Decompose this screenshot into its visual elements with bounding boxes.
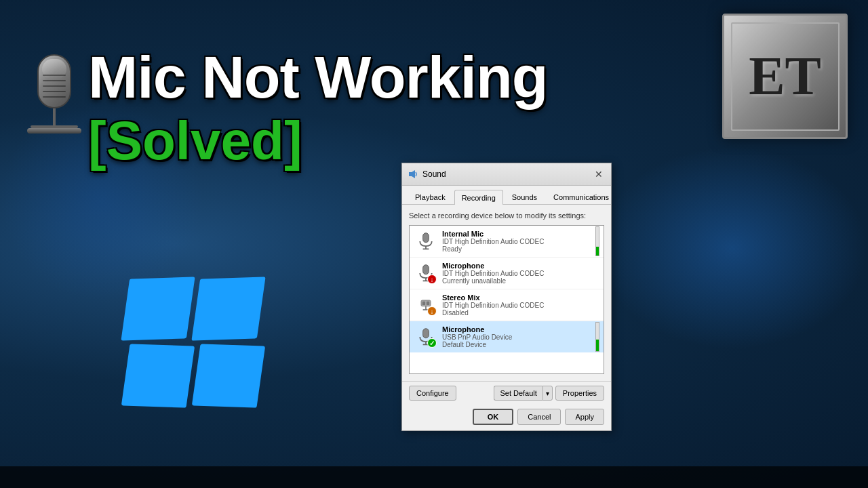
device-item-stereo-mix[interactable]: ↓ Stereo Mix IDT High Definition Audio C…: [410, 289, 604, 321]
configure-button[interactable]: Configure: [409, 386, 456, 401]
windows-logo: [125, 278, 261, 407]
btn-group-right: Set Default ▾ Properties: [494, 386, 604, 401]
dialog-close-button[interactable]: ✕: [592, 167, 606, 181]
device-name-2: Microphone: [442, 262, 598, 270]
dialog-action-buttons: OK Cancel Apply: [402, 405, 611, 430]
win-pane-br: [192, 344, 265, 407]
dialog-titlebar: Sound ✕: [402, 163, 611, 186]
device-info-internal-mic: Internal Mic IDT High Definition Audio C…: [442, 230, 598, 253]
status-badge-default: ✓: [427, 338, 437, 348]
set-default-button[interactable]: Set Default: [494, 386, 542, 401]
properties-button[interactable]: Properties: [555, 386, 604, 401]
device-info-stereo-mix: Stereo Mix IDT High Definition Audio COD…: [442, 293, 598, 317]
mic-svg-1: [416, 232, 435, 251]
device-name-4: Microphone: [442, 325, 598, 333]
device-name-3: Stereo Mix: [442, 293, 598, 302]
device-icon-internal-mic: [415, 230, 437, 252]
device-list: Internal Mic IDT High Definition Audio C…: [409, 225, 604, 374]
win-pane-tl: [121, 277, 195, 340]
set-default-arrow-button[interactable]: ▾: [542, 386, 553, 401]
device-status-4: Default Device: [442, 341, 598, 348]
main-title: Mic Not Working: [88, 47, 583, 107]
device-codec-2: IDT High Definition Audio CODEC: [442, 270, 598, 277]
et-logo: ET: [722, 14, 848, 139]
svg-rect-5: [423, 265, 429, 274]
device-status-2: Currently unavailable: [442, 277, 598, 285]
cancel-button[interactable]: Cancel: [517, 409, 561, 425]
tab-sounds[interactable]: Sounds: [505, 190, 545, 204]
status-badge-unavailable: ↓: [427, 274, 437, 284]
microphone-icon: [14, 54, 95, 149]
status-badge-disabled: ↓: [427, 306, 437, 316]
dialog-title-left: Sound: [408, 169, 446, 180]
device-level-bar-1: [595, 226, 599, 256]
title-area: Mic Not Working [Solved]: [88, 47, 583, 168]
tab-recording[interactable]: Recording: [454, 190, 503, 205]
taskbar: [0, 466, 868, 488]
solved-label: [Solved]: [88, 114, 583, 168]
win-pane-bl: [121, 344, 195, 407]
speaker-icon: [408, 169, 418, 180]
dialog-content: Select a recording device below to modif…: [402, 205, 611, 381]
device-name-1: Internal Mic: [442, 230, 598, 238]
dialog-title-text: Sound: [422, 169, 446, 179]
device-icon-microphone-1: ↓: [415, 262, 437, 284]
device-level-fill-4: [596, 340, 599, 351]
device-codec-4: USB PnP Audio Device: [442, 333, 598, 341]
device-codec-1: IDT High Definition Audio CODEC: [442, 238, 598, 245]
tab-communications[interactable]: Communications: [546, 190, 616, 204]
tab-playback[interactable]: Playback: [408, 190, 453, 204]
device-info-microphone-usb: Microphone USB PnP Audio Device Default …: [442, 325, 598, 348]
device-status-3: Disabled: [442, 309, 598, 317]
set-default-wrap: Set Default ▾: [494, 386, 552, 401]
device-level-bar-4: [595, 322, 599, 352]
device-icon-microphone-usb: ✓: [415, 326, 437, 348]
device-item-internal-mic[interactable]: Internal Mic IDT High Definition Audio C…: [410, 226, 604, 258]
dialog-instruction: Select a recording device below to modif…: [409, 211, 604, 220]
et-logo-text: ET: [731, 22, 840, 131]
device-icon-stereo-mix: ↓: [415, 294, 437, 316]
svg-rect-10: [427, 302, 429, 305]
device-item-microphone-1[interactable]: ↓ Microphone IDT High Definition Audio C…: [410, 258, 604, 289]
device-item-microphone-usb[interactable]: ✓ Microphone USB PnP Audio Device Defaul…: [410, 321, 604, 352]
apply-button[interactable]: Apply: [565, 409, 604, 425]
win-pane-tr: [191, 277, 265, 340]
device-level-fill-1: [596, 247, 599, 256]
svg-rect-13: [423, 329, 429, 338]
svg-rect-2: [423, 233, 429, 243]
ok-button[interactable]: OK: [473, 409, 514, 425]
device-codec-3: IDT High Definition Audio CODEC: [442, 302, 598, 309]
svg-marker-1: [412, 170, 415, 178]
svg-rect-9: [422, 302, 425, 305]
bg-glow-right: [597, 146, 868, 350]
sound-dialog: Sound ✕ Playback Recording Sounds Commun…: [401, 163, 612, 431]
svg-rect-0: [409, 172, 412, 176]
dialog-tabs: Playback Recording Sounds Communications: [402, 186, 611, 205]
dialog-bottom-buttons: Configure Set Default ▾ Properties: [402, 381, 611, 405]
device-status-1: Ready: [442, 245, 598, 253]
device-info-microphone-1: Microphone IDT High Definition Audio COD…: [442, 262, 598, 285]
